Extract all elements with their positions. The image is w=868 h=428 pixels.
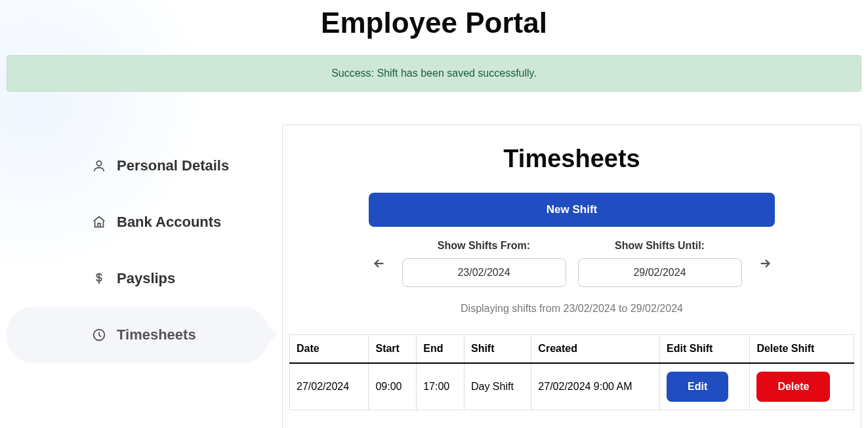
col-delete: Delete Shift [750, 335, 854, 364]
svg-point-0 [96, 161, 101, 166]
col-edit: Edit Shift [660, 335, 750, 364]
sidebar: Personal Details Bank Accounts Payslips … [7, 125, 269, 363]
table-header-row: Date Start End Shift Created Edit Shift … [290, 335, 854, 364]
col-shift: Shift [464, 335, 531, 364]
sidebar-item-label: Personal Details [117, 157, 229, 174]
page-title: Employee Portal [7, 7, 861, 39]
cell-start: 09:00 [369, 363, 417, 410]
cell-shift: Day Shift [464, 363, 531, 410]
until-date-input[interactable] [578, 258, 742, 287]
col-start: Start [369, 335, 417, 364]
new-shift-button[interactable]: New Shift [369, 193, 775, 227]
col-end: End [417, 335, 465, 364]
range-caption: Displaying shifts from 23/02/2024 to 29/… [289, 303, 854, 315]
col-created: Created [531, 335, 660, 364]
table-row: 27/02/2024 09:00 17:00 Day Shift 27/02/2… [290, 363, 854, 410]
date-range-row: Show Shifts From: Show Shifts Until: [289, 240, 854, 287]
sidebar-item-label: Timesheets [117, 326, 196, 343]
edit-shift-button[interactable]: Edit [667, 372, 728, 402]
sidebar-item-bank-accounts[interactable]: Bank Accounts [7, 194, 269, 250]
delete-shift-button[interactable]: Delete [756, 372, 830, 402]
sidebar-item-payslips[interactable]: Payslips [7, 250, 269, 307]
col-date: Date [290, 335, 369, 364]
timesheets-card: Timesheets New Shift Show Shifts From: S… [282, 125, 861, 428]
from-date-label: Show Shifts From: [438, 240, 530, 252]
until-date-label: Show Shifts Until: [615, 240, 705, 252]
card-title: Timesheets [289, 145, 854, 173]
arrow-right-icon [758, 256, 772, 271]
clock-icon [92, 328, 106, 342]
sidebar-item-personal-details[interactable]: Personal Details [7, 138, 269, 194]
dollar-icon [92, 271, 106, 286]
from-date-group: Show Shifts From: [402, 240, 566, 287]
home-icon [92, 215, 106, 229]
arrow-left-icon [372, 256, 386, 271]
cell-delete: Delete [750, 363, 854, 410]
from-date-input[interactable] [402, 258, 566, 287]
cell-edit: Edit [660, 363, 750, 410]
user-icon [92, 159, 106, 173]
cell-created: 27/02/2024 9:00 AM [531, 363, 660, 410]
shifts-table: Date Start End Shift Created Edit Shift … [289, 334, 854, 410]
sidebar-item-label: Bank Accounts [117, 214, 221, 231]
sidebar-item-label: Payslips [117, 270, 175, 287]
until-date-group: Show Shifts Until: [578, 240, 742, 287]
next-week-button[interactable] [754, 252, 776, 275]
alert-success: Success: Shift has been saved successful… [7, 55, 861, 92]
cell-date: 27/02/2024 [290, 363, 369, 410]
cell-end: 17:00 [417, 363, 465, 410]
sidebar-item-timesheets[interactable]: Timesheets [7, 307, 269, 363]
prev-week-button[interactable] [368, 252, 390, 275]
